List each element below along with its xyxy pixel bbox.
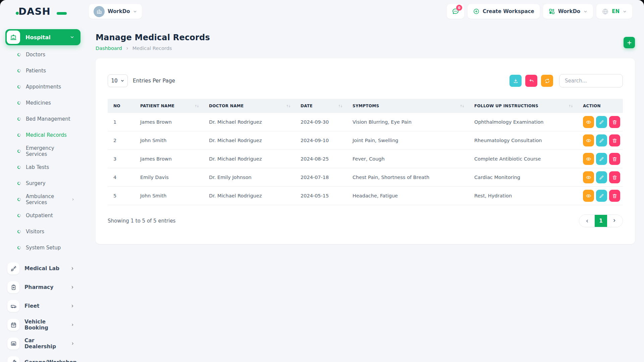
edit-record-button[interactable] (596, 116, 607, 128)
workspace-name: WorkDo (108, 8, 130, 14)
sidebar-item-hospital[interactable]: Hospital (5, 29, 80, 45)
sidebar-item-ambulance-services[interactable]: Ambulance Services (0, 191, 87, 207)
sidebar-module-pharmacy[interactable]: Pharmacy (0, 278, 87, 297)
sidebar-item-hospital-label: Hospital (25, 34, 51, 41)
cell-actions (577, 168, 623, 187)
edit-record-button[interactable] (596, 134, 607, 146)
workspace-switcher[interactable]: WorkDo (89, 4, 142, 19)
column-header-date[interactable]: DATE ↑↓ (295, 99, 347, 113)
cell-patient-name: James Brown (135, 113, 203, 131)
cell-actions (577, 150, 623, 168)
sidebar-module-car-dealership[interactable]: Car Dealership (0, 334, 87, 353)
cell-follow-up: Complete Antibiotic Course (469, 150, 577, 168)
sidebar-item-outpatient[interactable]: Outpatient (0, 207, 87, 224)
delete-record-button[interactable] (609, 153, 620, 165)
cell-follow-up: Ophthalmology Examination (469, 113, 577, 131)
workdo-menu-button[interactable]: WorkDo (543, 4, 593, 19)
view-record-button[interactable] (583, 171, 594, 183)
chevron-right-icon (125, 47, 129, 50)
view-record-button[interactable] (583, 116, 594, 128)
column-header-label: SYMPTOMS (353, 104, 379, 108)
sidebar-item-medicines[interactable]: Medicines (0, 95, 87, 111)
messages-button[interactable]: 0 (447, 4, 464, 19)
brand-logo[interactable]: DASH (18, 7, 58, 16)
delete-record-button[interactable] (609, 134, 620, 146)
cell-date: 2024-05-15 (295, 187, 347, 205)
sidebar-module-vehicle-booking[interactable]: Vehicle Booking (0, 315, 87, 334)
cell-patient-name: John Smith (135, 131, 203, 150)
cell-no: 3 (108, 150, 135, 168)
trash-icon (612, 119, 618, 125)
table-row: 5 John Smith Dr. Michael Rodriguez 2024-… (108, 187, 623, 205)
entries-per-page-label: Entries Per Page (133, 78, 175, 84)
search-input[interactable] (559, 74, 623, 87)
delete-record-button[interactable] (609, 190, 620, 202)
cell-symptoms: Fever, Cough (347, 150, 469, 168)
sidebar-module-label: Medical Lab (24, 265, 59, 272)
pagination-prev-button[interactable] (579, 215, 595, 227)
language-selector[interactable]: EN (596, 4, 632, 19)
bullet-ring-icon (17, 230, 21, 234)
edit-record-button[interactable] (596, 153, 607, 165)
sidebar-module-fleet[interactable]: Fleet (0, 297, 87, 315)
sidebar-item-label: Visitors (26, 229, 44, 235)
sidebar-item-lab-tests[interactable]: Lab Tests (0, 159, 87, 175)
hospital-icon (7, 31, 20, 44)
sidebar-item-label: System Setup (26, 245, 61, 251)
bullet-ring-icon (17, 214, 21, 218)
column-header-symptoms[interactable]: SYMPTOMS ↑↓ (347, 99, 469, 113)
sidebar-module-garage-workshop[interactable]: Garage/Workshop (0, 353, 87, 362)
sidebar-item-appointments[interactable]: Appointments (0, 79, 87, 95)
add-record-button[interactable] (624, 37, 635, 48)
sort-icon: ↑↓ (568, 104, 575, 108)
column-header-label: DOCTOR NAME (209, 104, 244, 108)
reset-button[interactable] (525, 75, 537, 87)
table-footer: Showing 1 to 5 of 5 entries 1 (108, 215, 623, 227)
chevron-down-icon (120, 79, 124, 83)
sidebar-item-bed-management[interactable]: Bed Management (0, 111, 87, 127)
column-header-follow-up-instructions[interactable]: FOLLOW UP INSTRUCTIONS ↑↓ (469, 99, 577, 113)
edit-record-button[interactable] (596, 190, 607, 202)
view-record-button[interactable] (583, 134, 594, 146)
view-record-button[interactable] (583, 190, 594, 202)
refresh-button[interactable] (541, 75, 553, 87)
cell-no: 5 (108, 187, 135, 205)
sidebar-item-surgery[interactable]: Surgery (0, 175, 87, 191)
pagination-page-1-button[interactable]: 1 (595, 215, 607, 227)
bullet-ring-icon (17, 181, 21, 186)
plus-circle-icon (473, 8, 480, 15)
pagination-next-button[interactable] (607, 215, 623, 227)
syringe-icon (7, 262, 19, 275)
column-header-patient-name[interactable]: PATIENT NAME ↑↓ (135, 99, 203, 113)
sidebar-item-doctors[interactable]: Doctors (0, 47, 87, 63)
entries-per-page-select[interactable]: 10 (108, 74, 128, 87)
sidebar-module-label: Garage/Workshop (24, 359, 77, 362)
column-header-label: FOLLOW UP INSTRUCTIONS (474, 104, 538, 108)
sidebar-item-emergency-services[interactable]: Emergency Services (0, 143, 87, 159)
workdo-menu-label: WorkDo (558, 8, 580, 14)
delete-record-button[interactable] (609, 171, 620, 183)
breadcrumb-dashboard-link[interactable]: Dashboard (96, 46, 122, 51)
export-button[interactable] (509, 75, 522, 87)
edit-record-button[interactable] (596, 171, 607, 183)
column-header-doctor-name[interactable]: DOCTOR NAME ↑↓ (203, 99, 295, 113)
sidebar-item-label: Ambulance Services (26, 193, 66, 205)
sidebar-item-system-setup[interactable]: System Setup (0, 240, 87, 256)
calendar-icon (7, 319, 19, 331)
cell-patient-name: John Smith (135, 187, 203, 205)
sidebar-item-label: Outpatient (26, 213, 53, 219)
view-record-button[interactable] (583, 153, 594, 165)
sidebar-item-visitors[interactable]: Visitors (0, 224, 87, 240)
bullet-ring-icon (17, 69, 21, 73)
chevron-right-icon (613, 219, 617, 223)
sidebar-item-patients[interactable]: Patients (0, 63, 87, 79)
cell-no: 2 (108, 131, 135, 150)
cell-date: 2024-09-30 (295, 113, 347, 131)
sidebar-item-medical-records[interactable]: Medical Records (0, 127, 87, 143)
create-workspace-button[interactable]: Create Workspace (468, 4, 540, 19)
cell-patient-name: Emily Davis (135, 168, 203, 187)
sidebar-module-label: Pharmacy (24, 284, 53, 290)
records-table: NO PATIENT NAME ↑↓ DOCTOR NAME ↑↓ DATE ↑… (108, 99, 623, 205)
delete-record-button[interactable] (609, 116, 620, 128)
sidebar-module-medical-lab[interactable]: Medical Lab (0, 259, 87, 278)
